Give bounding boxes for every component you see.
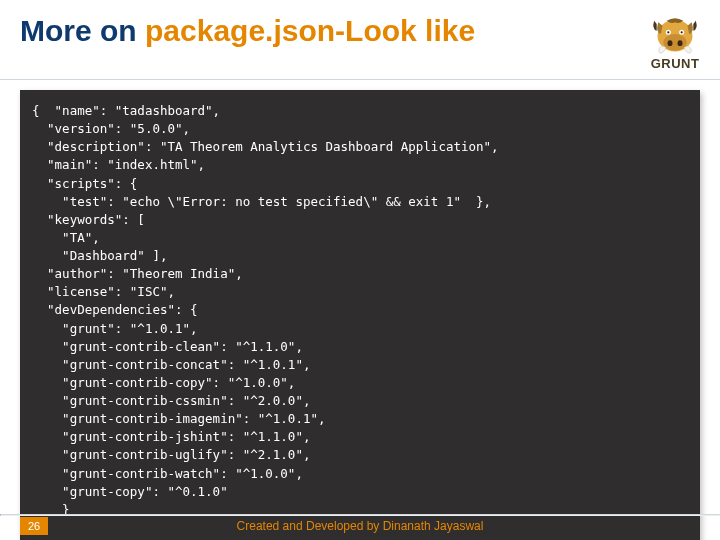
- page-title: More on package.json-Look like: [20, 14, 640, 49]
- title-part-blue: More on: [20, 14, 145, 47]
- svg-point-2: [668, 40, 673, 46]
- footer-credit: Created and Developed by Dinanath Jayasw…: [0, 519, 720, 533]
- svg-point-1: [663, 34, 686, 51]
- svg-point-7: [681, 31, 683, 33]
- footer-divider: [0, 514, 720, 516]
- grunt-label: GRUNT: [651, 56, 700, 71]
- warthog-icon: [650, 14, 700, 54]
- grunt-logo: GRUNT: [650, 14, 700, 71]
- title-part-orange: package.json-Look like: [145, 14, 475, 47]
- code-block: { "name": "tadashboard", "version": "5.0…: [20, 90, 700, 540]
- header-divider: [0, 79, 720, 80]
- svg-point-5: [667, 31, 669, 33]
- svg-point-3: [678, 40, 683, 46]
